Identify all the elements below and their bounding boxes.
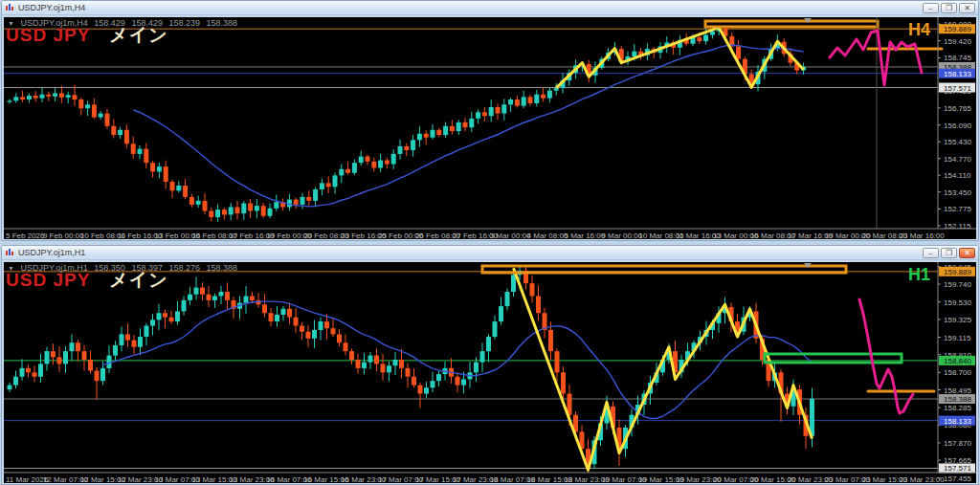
minimize-button[interactable]: – (923, 248, 939, 258)
svg-text:158.700: 158.700 (944, 368, 971, 377)
svg-text:154.770: 154.770 (944, 155, 971, 164)
svg-text:153.450: 153.450 (944, 188, 971, 197)
low-value: 158.239 (168, 18, 200, 28)
symbol-ohlc-header[interactable]: ▼ USDJPY.oj1m,H4 158.429 158.429 158.239… (8, 18, 241, 28)
svg-text:3 Mar 00:00: 3 Mar 00:00 (490, 231, 531, 239)
svg-text:158.840: 158.840 (944, 357, 971, 365)
close-button[interactable]: ✕ (959, 248, 975, 258)
chart-window-h1: USDJPY.oj1m,H1 – ❐ ✕ ▼ USDJPY.oj1m,H1 15… (1, 245, 979, 485)
chart-window-h4: USDJPY.oj1m,H4 – ❐ ✕ ▼ USDJPY.oj1m,H4 15… (1, 0, 979, 241)
pair-name-label: USD JPY (6, 25, 90, 45)
close-button[interactable]: ✕ (959, 3, 975, 13)
close-value: 158.388 (207, 263, 238, 273)
svg-text:158.388: 158.388 (944, 395, 971, 404)
timeframe-label-h4: H4 (908, 20, 930, 40)
timeframe-label-h1: H1 (908, 265, 930, 285)
svg-text:155.430: 155.430 (944, 138, 971, 146)
svg-text:156.090: 156.090 (944, 121, 971, 130)
svg-text:157.571: 157.571 (944, 464, 971, 473)
symbol-label: USDJPY.oj1m,H1 (20, 263, 87, 273)
chevron-down-icon[interactable]: ▼ (8, 265, 14, 272)
svg-text:154.110: 154.110 (944, 171, 971, 180)
minimize-button[interactable]: – (923, 3, 939, 13)
svg-text:23 Mar 16:00: 23 Mar 16:00 (900, 231, 946, 239)
high-value: 158.397 (131, 263, 163, 273)
svg-text:159.530: 159.530 (944, 298, 971, 307)
mdi-workspace: { "app": { "background": "#bfd4e9" }, "w… (0, 0, 980, 485)
svg-text:159.325: 159.325 (944, 316, 971, 324)
candlestick-chart-h4[interactable]: 160.080159.420158.745157.425156.765156.0… (4, 17, 976, 239)
window-title: USDJPY.oj1m,H4 (18, 3, 919, 12)
svg-text:152.775: 152.775 (944, 205, 971, 213)
symbol-label: USDJPY.oj1m,H4 (20, 18, 87, 28)
main-note-label: メイン (109, 270, 167, 290)
window-title: USDJPY.oj1m,H1 (18, 248, 919, 257)
window-titlebar[interactable]: USDJPY.oj1m,H4 – ❐ ✕ (2, 1, 978, 15)
chart-area-h4[interactable]: ▼ USDJPY.oj1m,H4 158.429 158.429 158.239… (4, 17, 976, 239)
svg-text:159.889: 159.889 (944, 268, 971, 276)
svg-text:159.115: 159.115 (944, 334, 971, 342)
window-chart-icon (5, 248, 14, 257)
high-value: 158.429 (131, 18, 163, 28)
svg-text:158.285: 158.285 (944, 404, 971, 412)
svg-text:159.420: 159.420 (944, 37, 971, 46)
svg-text:157.455: 157.455 (944, 474, 971, 483)
open-value: 158.429 (94, 18, 125, 28)
pair-name-label: USD JPY (6, 270, 90, 290)
chevron-down-icon[interactable]: ▼ (8, 20, 14, 27)
svg-text:5 Feb 2026: 5 Feb 2026 (6, 231, 45, 239)
restore-button[interactable]: ❐ (941, 3, 957, 13)
svg-text:158.133: 158.133 (944, 417, 971, 426)
close-value: 158.388 (207, 18, 238, 28)
candlestick-chart-h1[interactable]: 159.945159.740159.530159.325159.115158.9… (4, 262, 976, 483)
svg-text:9 Mar 00:00: 9 Mar 00:00 (601, 231, 642, 239)
svg-text:158.495: 158.495 (944, 386, 971, 395)
svg-text:9 Feb 00:00: 9 Feb 00:00 (43, 231, 84, 239)
chart-area-h1[interactable]: ▼ USDJPY.oj1m,H1 158.350 158.397 158.276… (4, 262, 976, 483)
svg-text:159.740: 159.740 (944, 280, 971, 289)
svg-text:156.765: 156.765 (944, 104, 971, 113)
open-value: 158.350 (94, 263, 125, 273)
svg-text:158.745: 158.745 (944, 54, 971, 62)
svg-text:23 Mar 23:00: 23 Mar 23:00 (900, 475, 946, 483)
svg-text:159.889: 159.889 (944, 25, 971, 33)
svg-text:158.133: 158.133 (944, 70, 971, 78)
svg-text:157.870: 157.870 (944, 439, 971, 448)
window-titlebar[interactable]: USDJPY.oj1m,H1 – ❐ ✕ (2, 246, 978, 260)
svg-text:152.115: 152.115 (944, 222, 971, 231)
window-chart-icon (5, 3, 14, 12)
symbol-ohlc-header[interactable]: ▼ USDJPY.oj1m,H1 158.350 158.397 158.276… (8, 263, 241, 273)
svg-text:157.571: 157.571 (944, 84, 971, 93)
low-value: 158.276 (168, 263, 200, 273)
main-note-label: メイン (109, 25, 167, 45)
svg-text:5 Mar 16:00: 5 Mar 16:00 (565, 231, 606, 239)
svg-text:4 Mar 08:00: 4 Mar 08:00 (527, 231, 568, 239)
restore-button[interactable]: ❐ (941, 248, 957, 258)
